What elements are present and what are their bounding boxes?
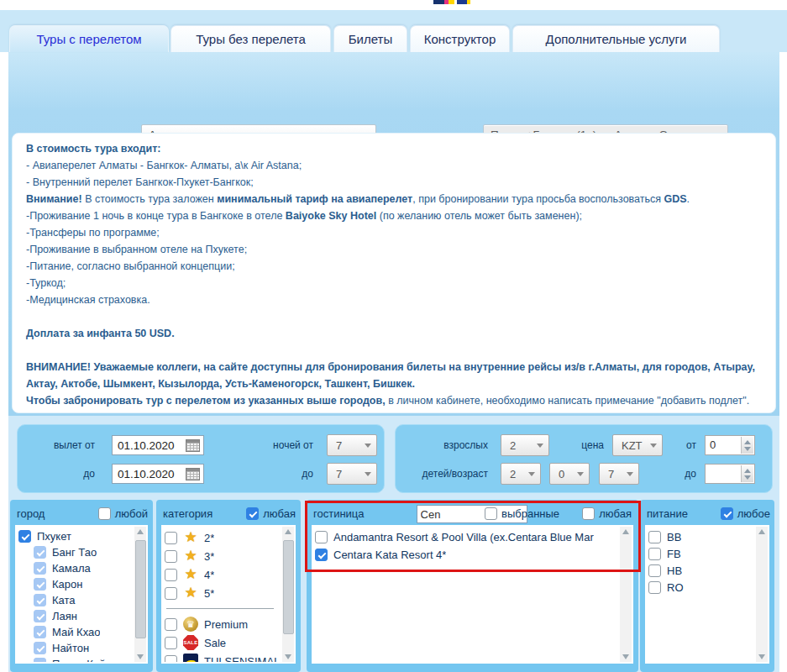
item-checkbox[interactable] [34,658,46,662]
item-checkbox[interactable] [165,618,177,631]
list-item-label: 2* [204,532,214,544]
spin-up-icon [744,440,751,444]
item-checkbox[interactable] [34,642,46,654]
category-scrollbar[interactable] [282,527,294,662]
depart-to-date-input[interactable]: 01.10.2020 [112,464,204,484]
item-checkbox[interactable] [34,562,46,575]
list-item[interactable]: TUI SENSIMAI [165,652,279,662]
scroll-down-icon[interactable] [285,654,291,659]
item-checkbox[interactable] [648,564,661,577]
item-checkbox[interactable] [165,532,177,544]
tab-tours-without-flight[interactable]: Туры без перелета [171,25,331,52]
list-item[interactable]: ★3* [165,547,279,565]
list-item-label: Панва Кейп [52,658,111,662]
item-checkbox[interactable] [648,581,661,594]
list-item[interactable]: ♛Premium [165,615,279,633]
price-from-spinner[interactable]: 0 [705,435,755,455]
meal-scrollbar[interactable] [756,527,768,662]
list-item[interactable]: Пхукет [18,528,131,544]
hotel-any-checkbox[interactable] [582,507,595,520]
scroll-down-icon[interactable] [137,654,144,659]
scroll-up-icon[interactable] [137,529,144,534]
list-item[interactable]: Май Кхао [34,624,131,640]
children-count-select[interactable]: 2 [501,463,541,485]
nights-to-value: 7 [336,468,342,480]
item-checkbox[interactable] [34,610,46,622]
list-item[interactable]: Банг Тао [34,544,131,560]
item-checkbox[interactable] [648,548,661,560]
tab-tours-with-flight[interactable]: Туры с перелетом [9,25,169,52]
list-item[interactable]: HB [648,562,753,579]
list-item[interactable]: FB [648,545,753,562]
item-checkbox[interactable] [34,594,46,606]
item-checkbox[interactable] [165,655,177,663]
item-checkbox[interactable] [648,531,661,543]
item-checkbox[interactable] [165,569,177,581]
currency-select[interactable]: KZT [612,434,663,456]
scroll-thumb[interactable] [283,540,294,634]
city-scrollbar[interactable] [134,527,146,662]
list-item[interactable]: ★2* [165,528,279,547]
item-checkbox[interactable] [18,530,31,543]
spinner-buttons[interactable] [741,437,753,454]
spinner-buttons[interactable] [741,465,753,482]
tour-info-box: В стоимость тура входит:- Авиаперелет Ал… [12,133,776,413]
scroll-thumb[interactable] [135,540,146,638]
scroll-up-icon[interactable] [758,529,765,534]
city-any-checkbox[interactable] [98,507,111,520]
list-item[interactable]: Найтон [34,640,131,656]
info-text-segment: (по желанию отель может быть заменен); [376,210,582,222]
info-text-segment: -Медицинская страховка. [26,294,150,306]
item-checkbox[interactable] [315,531,328,543]
scroll-down-icon[interactable] [622,654,629,659]
info-text-segment: -Питание, согласно выбранной концепции; [26,260,235,272]
list-item[interactable]: Centara Kata Resort 4* [315,546,616,564]
scroll-up-icon[interactable] [285,529,291,534]
list-item[interactable]: Карон [34,576,131,592]
item-checkbox[interactable] [165,637,177,649]
tab-tickets[interactable]: Билеты [333,25,407,52]
info-text-segment: В стоимость тура заложен [82,193,218,205]
list-item[interactable]: Панва Кейп [34,656,131,662]
child-age-2-select[interactable]: 7 [599,463,639,485]
nights-from-select[interactable]: 7 [327,434,377,456]
list-item[interactable]: Лаян [34,608,131,624]
child-age-1-select[interactable]: 0 [549,463,590,485]
list-item[interactable]: ★5* [165,584,279,602]
list-item[interactable]: ★4* [165,565,279,584]
list-item[interactable]: BB [648,528,753,545]
hotel-scrollbar[interactable] [620,527,632,662]
item-checkbox[interactable] [34,546,46,559]
list-item[interactable]: Ката [34,592,131,608]
city-listbox: Пхукет Банг Тао Камала Карон Ката Лаян М… [15,525,148,664]
calendar-icon[interactable] [186,468,200,480]
list-item[interactable]: SALESale [165,633,279,652]
nights-to-select[interactable]: 7 [327,463,377,485]
list-item-label: 5* [204,587,214,600]
adults-select[interactable]: 2 [501,434,549,456]
list-item[interactable]: RO [648,579,753,596]
chevron-down-icon [365,472,371,476]
tab-constructor[interactable]: Конструктор [410,25,510,52]
item-checkbox[interactable] [34,626,46,638]
hotel-selected-checkbox[interactable] [485,507,497,520]
list-item-label: RO [667,581,684,594]
item-checkbox[interactable] [165,587,177,600]
meal-list: BB FB HB RO [648,528,753,662]
category-any-checkbox[interactable] [246,507,259,520]
list-item[interactable]: Andamantra Resort & Pool Villa (ex.Centa… [315,528,616,546]
scroll-down-icon[interactable] [758,654,765,659]
depart-from-date-input[interactable]: 01.10.2020 [112,435,204,455]
list-item[interactable]: Камала [34,560,131,576]
tab-label: Туры без перелета [196,32,306,46]
price-to-spinner[interactable] [705,464,755,484]
list-item-label: BB [667,531,681,543]
spin-down-icon [744,447,751,451]
meal-any-checkbox[interactable] [721,507,733,520]
item-checkbox[interactable] [34,578,46,591]
calendar-icon[interactable] [186,439,200,452]
item-checkbox[interactable] [165,550,177,563]
tab-additional-services[interactable]: Дополнительные услуги [512,25,720,52]
scroll-up-icon[interactable] [622,529,629,534]
item-checkbox[interactable] [315,549,328,561]
